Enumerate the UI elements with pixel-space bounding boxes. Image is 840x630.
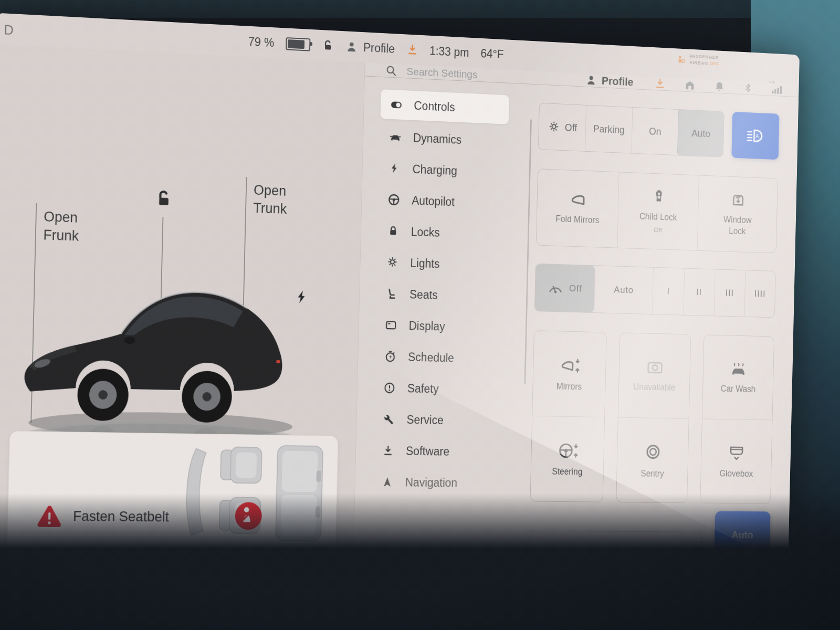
open-frunk-button[interactable]: OpenFrunk: [43, 208, 79, 246]
auto-high-beam-button[interactable]: A: [731, 112, 779, 160]
settings-panel: Search Settings Profile: [353, 62, 799, 564]
bolt-icon: [388, 162, 402, 175]
wipers-speed-4-segment[interactable]: IIII: [744, 270, 775, 317]
status-profile-button[interactable]: Profile: [345, 39, 395, 56]
bulb-icon: [548, 120, 561, 134]
side-mirror-adjust-icon: [557, 356, 582, 374]
bulb-icon: [385, 256, 399, 269]
software-update-icon[interactable]: [406, 44, 418, 56]
sidebar-item-display[interactable]: Display: [375, 309, 525, 344]
wipers-off-segment[interactable]: Off: [535, 264, 595, 312]
padlock-icon: [386, 225, 400, 237]
alert-circle-icon: [383, 381, 396, 395]
vehicle-visualization-panel: OpenFrunk OpenTrunk: [0, 44, 365, 563]
wipers-speed-1-segment[interactable]: I: [652, 268, 684, 315]
window-lock-tile[interactable]: Window Lock: [697, 175, 778, 253]
profile-label: Profile: [602, 75, 634, 89]
child-lock-state: Off: [654, 226, 662, 234]
sidebar-item-autopilot[interactable]: Autopilot: [378, 183, 528, 220]
nav-arrow-icon: [381, 476, 394, 488]
headlights-off-segment[interactable]: Off: [539, 103, 586, 151]
battery-icon: [286, 37, 310, 51]
child-icon: [652, 189, 666, 205]
sidebar-item-software[interactable]: Software: [372, 435, 522, 468]
gear-indicator: D: [4, 22, 14, 38]
mirrors-tile[interactable]: Mirrors: [532, 331, 606, 417]
headlights-on-segment[interactable]: On: [631, 108, 678, 155]
unlock-icon[interactable]: [322, 39, 334, 52]
sidebar-item-safety[interactable]: Safety: [374, 372, 523, 406]
sidebar-item-locks[interactable]: Locks: [377, 215, 527, 251]
camera-unavailable-tile: Unavailable: [618, 333, 690, 418]
search-icon: [385, 64, 397, 77]
top-bezel: [0, 0, 840, 18]
garage-icon[interactable]: [684, 78, 696, 91]
seat-icon: [385, 288, 398, 300]
clock: 1:33 pm: [429, 44, 469, 60]
battery-percent: 79 %: [248, 35, 274, 50]
car-wash-tile[interactable]: Car Wash: [702, 335, 774, 419]
sidebar-item-service[interactable]: Service: [373, 403, 522, 437]
steering-tile[interactable]: Steering: [530, 416, 604, 502]
camera-icon: [645, 359, 664, 375]
wipers-speed-2-segment[interactable]: II: [683, 269, 715, 316]
wipers-auto-segment[interactable]: Auto: [594, 266, 654, 314]
sidebar-item-lights[interactable]: Lights: [376, 246, 526, 282]
headlights-parking-segment[interactable]: Parking: [585, 106, 632, 153]
wipers-speed-3-segment[interactable]: III: [713, 269, 745, 316]
passenger-airbag-indicator: PASSENGER AIRBAG OFF: [676, 52, 719, 67]
bell-icon[interactable]: [714, 80, 725, 92]
side-mirror-icon: [569, 191, 587, 208]
glovebox-icon: [728, 444, 746, 461]
vehicle-unlocked-icon[interactable]: [153, 189, 174, 211]
high-beam-icon: A: [746, 127, 765, 144]
wiper-icon: [548, 281, 564, 295]
profile-button[interactable]: Profile: [585, 74, 634, 89]
sidebar-item-charging[interactable]: Charging: [379, 152, 529, 190]
open-trunk-button[interactable]: OpenTrunk: [253, 181, 288, 218]
quick-tiles: Fold Mirrors Child Lock Off Window Lock: [536, 169, 778, 254]
bottom-bezel: [0, 494, 840, 630]
window-lock-icon: [731, 192, 746, 208]
toggle-icon: [389, 98, 403, 112]
headlights-control: Off Parking On Auto A: [538, 103, 780, 160]
download-icon: [381, 445, 395, 457]
download-icon[interactable]: [655, 78, 666, 90]
feature-grid: Mirrors Steering Unavailable: [530, 330, 775, 503]
lte-signal-icon: LTE: [771, 83, 783, 95]
car-wash-icon: [729, 361, 748, 377]
timer-icon: [383, 350, 397, 363]
headlights-auto-segment[interactable]: Auto: [677, 110, 724, 157]
glovebox-tile[interactable]: Glovebox: [701, 418, 772, 503]
wipers-control: Off Auto I II III IIII: [534, 264, 776, 318]
sidebar-item-schedule[interactable]: Schedule: [374, 341, 524, 375]
child-lock-tile[interactable]: Child Lock Off: [617, 172, 699, 250]
bluetooth-icon[interactable]: [743, 82, 753, 93]
sentry-ring-icon: [644, 442, 663, 461]
display-icon: [384, 319, 398, 332]
sentry-tile[interactable]: Sentry: [616, 417, 689, 503]
sidebar-item-seats[interactable]: Seats: [376, 278, 526, 313]
status-profile-label: Profile: [363, 40, 395, 56]
car-front-icon: [388, 130, 402, 144]
outside-temperature: 64°F: [480, 47, 504, 61]
wrench-icon: [382, 413, 395, 426]
fold-mirrors-tile[interactable]: Fold Mirrors: [537, 169, 619, 248]
steering-wheel-icon: [387, 193, 401, 206]
steering-adjust-icon: [555, 442, 580, 460]
svg-text:A: A: [755, 133, 759, 139]
airbag-off-state: OFF: [709, 60, 719, 66]
sidebar-item-controls[interactable]: Controls: [380, 89, 509, 124]
